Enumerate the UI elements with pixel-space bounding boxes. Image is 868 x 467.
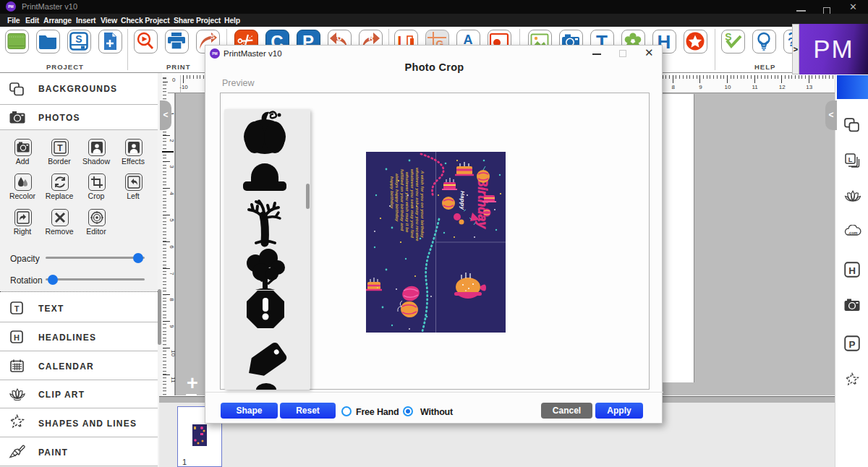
svg-text:fulfilled on your birthday and: fulfilled on your birthday and bbox=[400, 169, 405, 231]
svg-text:S: S bbox=[75, 33, 82, 45]
svg-text:whatever you wish may it be: whatever you wish may it be bbox=[405, 172, 410, 233]
svg-text:T: T bbox=[57, 143, 63, 153]
svg-text:happy birthday: happy birthday bbox=[390, 176, 395, 209]
svg-text:whatever you ask may you recei: whatever you ask may you receive bbox=[415, 168, 420, 241]
svg-text:T: T bbox=[14, 304, 20, 313]
svg-text:A wish for you on your birthda: A wish for you on your birthday bbox=[420, 170, 425, 238]
svg-text:H: H bbox=[848, 265, 856, 276]
svg-text:R: R bbox=[368, 34, 374, 42]
svg-text:L: L bbox=[848, 156, 853, 163]
svg-text:Happy: Happy bbox=[459, 191, 466, 210]
svg-text:S: S bbox=[210, 33, 215, 40]
svg-text:.com: .com bbox=[848, 231, 858, 235]
svg-text:Birthday: Birthday bbox=[475, 178, 490, 229]
svg-text:H: H bbox=[14, 333, 20, 342]
svg-text:U: U bbox=[336, 34, 341, 42]
svg-text:whatever you seek may you find: whatever you seek may you find bbox=[410, 169, 415, 238]
svg-text:P: P bbox=[849, 339, 856, 350]
